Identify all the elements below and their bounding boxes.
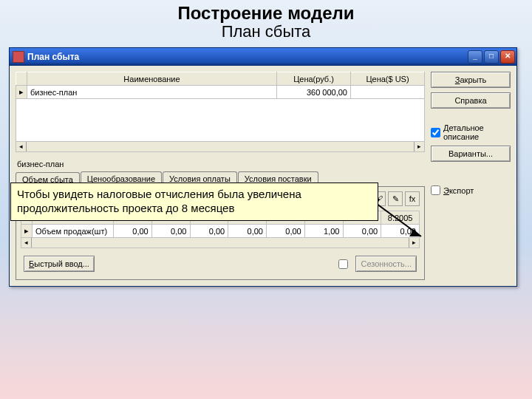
sales-plan-window: План сбыта _ □ ✕ Наименование Цена(руб.)…: [9, 47, 517, 287]
quick-input-button[interactable]: Быстрый ввод...: [24, 256, 95, 272]
annotation-arrow-icon: [377, 204, 436, 248]
scroll-left-icon[interactable]: ◂: [16, 142, 27, 151]
mg-val-5[interactable]: 1,00: [304, 225, 343, 238]
minimize-button[interactable]: _: [468, 50, 482, 64]
table-row[interactable]: ▸ бизнес-план 360 000,00: [16, 86, 425, 99]
slide-subtitle: План сбыта: [0, 22, 532, 41]
seasonality-button[interactable]: Сезонность...: [355, 256, 417, 272]
detail-checkbox[interactable]: [431, 128, 440, 137]
col-price-usd: Цена($ US): [351, 72, 425, 86]
maximize-button[interactable]: □: [484, 50, 499, 64]
mg-val-2[interactable]: 0,00: [190, 225, 228, 238]
grid-empty-area: [16, 99, 425, 142]
seasonality-checkbox[interactable]: [338, 259, 348, 269]
titlebar: План сбыта _ □ ✕: [10, 48, 516, 66]
mg-val-3[interactable]: 0,00: [228, 225, 267, 238]
mg-row[interactable]: ▸ Объем продаж(шт) 0,00 0,00 0,00 0,00 0…: [21, 225, 420, 238]
mg-row-label: Объем продаж(шт): [33, 225, 114, 238]
mg-val-6[interactable]: 0,00: [343, 225, 381, 238]
detail-checkbox-row[interactable]: Детальное описание: [431, 123, 511, 141]
slide-title: Построение модели: [0, 3, 532, 24]
col-name: Наименование: [27, 72, 277, 86]
mg-row-marker-icon: ▸: [21, 225, 33, 238]
annotation-callout: Чтобы увидеть налоговые отчисления была …: [10, 183, 378, 221]
close-window-button[interactable]: ✕: [500, 50, 515, 64]
cell-name[interactable]: бизнес-план: [27, 86, 277, 99]
app-icon: [13, 51, 24, 63]
help-button[interactable]: Справка: [431, 92, 511, 109]
cell-price-usd[interactable]: [351, 86, 425, 99]
svg-marker-1: [409, 229, 421, 236]
grid-corner: [16, 72, 27, 86]
mg-hscroll[interactable]: ◂ ▸: [21, 238, 420, 248]
mg-val-1[interactable]: 0,00: [151, 225, 190, 238]
window-title: План сбыта: [27, 52, 466, 62]
close-button[interactable]: Закрыть: [431, 72, 511, 88]
col-price-rub: Цена(руб.): [277, 72, 351, 86]
export-checkbox-row[interactable]: Экспорт: [431, 185, 511, 195]
mg-val-0[interactable]: 0,00: [114, 225, 152, 238]
product-label: бизнес-план: [17, 160, 425, 168]
variants-button[interactable]: Варианты...: [431, 146, 511, 162]
row-marker-icon: ▸: [16, 86, 27, 99]
products-grid[interactable]: Наименование Цена(руб.) Цена($ US) ▸ биз…: [16, 72, 425, 142]
scroll-right-icon[interactable]: ▸: [414, 142, 424, 151]
export-checkbox[interactable]: [431, 185, 440, 195]
cell-price-rub[interactable]: 360 000,00: [277, 86, 351, 99]
mg-scroll-left-icon[interactable]: ◂: [21, 238, 32, 248]
mg-val-4[interactable]: 0,00: [267, 225, 305, 238]
detail-label: Детальное описание: [443, 123, 511, 141]
export-label: Экспорт: [443, 186, 474, 195]
grid-hscroll[interactable]: ◂ ▸: [16, 142, 425, 152]
